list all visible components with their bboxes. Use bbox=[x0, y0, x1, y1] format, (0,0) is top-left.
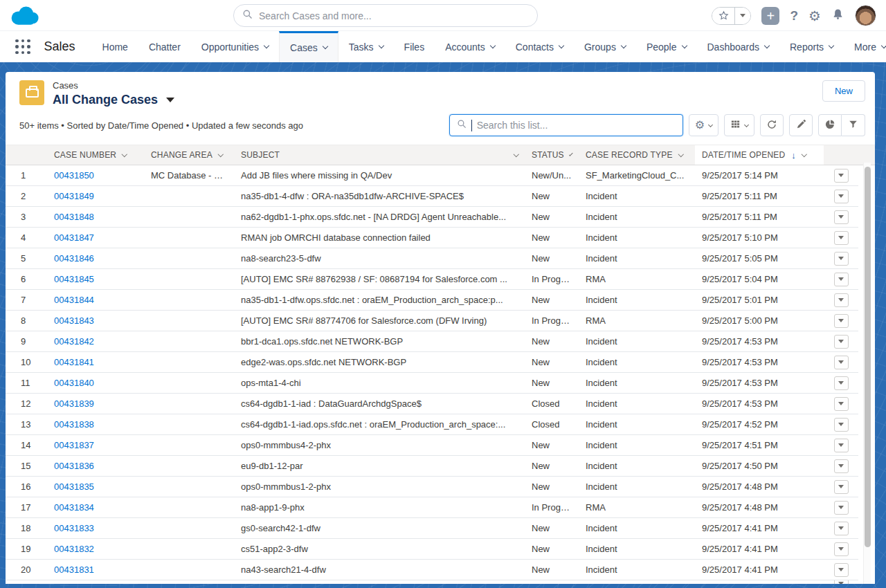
edit-button[interactable] bbox=[789, 114, 813, 136]
column-header-subject[interactable]: SUBJECT bbox=[234, 145, 525, 165]
case-number-link[interactable]: 00431839 bbox=[54, 398, 94, 409]
nav-item-files[interactable]: Files bbox=[394, 31, 435, 62]
refresh-button[interactable] bbox=[760, 114, 784, 136]
opened-cell: 9/25/2017 4:51 PM bbox=[695, 435, 824, 456]
row-actions-button[interactable] bbox=[834, 252, 849, 266]
global-search-box[interactable] bbox=[233, 4, 538, 27]
row-actions-button[interactable] bbox=[834, 314, 849, 328]
row-actions-button[interactable] bbox=[834, 459, 849, 473]
row-actions-button[interactable] bbox=[834, 273, 849, 286]
refresh-icon bbox=[766, 119, 777, 132]
nav-item-contacts[interactable]: Contacts bbox=[505, 31, 574, 62]
row-actions-button[interactable] bbox=[834, 169, 849, 183]
row-actions-button[interactable] bbox=[834, 293, 849, 307]
display-as-button[interactable] bbox=[724, 114, 754, 136]
case-number-link[interactable]: 00431841 bbox=[54, 357, 94, 367]
column-header-change-area[interactable]: CHANGE AREA bbox=[144, 145, 234, 165]
nav-item-chatter[interactable]: Chatter bbox=[138, 31, 191, 62]
case-number-link[interactable]: 00431847 bbox=[54, 232, 94, 243]
list-search-input[interactable] bbox=[477, 120, 676, 131]
new-button[interactable]: New bbox=[822, 80, 865, 102]
nav-item-home[interactable]: Home bbox=[92, 31, 138, 62]
help-button[interactable]: ? bbox=[790, 8, 798, 24]
case-number-link[interactable]: 00431845 bbox=[54, 274, 94, 284]
row-actions-cell bbox=[824, 394, 858, 414]
nav-items: HomeChatterOpportunitiesCasesTasksFilesA… bbox=[92, 31, 886, 62]
case-number-link[interactable]: 00431838 bbox=[54, 419, 94, 430]
case-number-link[interactable]: 00431833 bbox=[54, 523, 94, 533]
favorites-button-group bbox=[712, 7, 751, 25]
row-actions-button[interactable] bbox=[834, 418, 849, 432]
global-actions-button[interactable]: + bbox=[761, 7, 779, 25]
case-number-link[interactable]: 00431846 bbox=[54, 253, 94, 264]
scrollbar-thumb[interactable] bbox=[865, 167, 871, 547]
nav-item-accounts[interactable]: Accounts bbox=[435, 31, 505, 62]
column-header-case-number[interactable]: CASE NUMBER bbox=[47, 145, 144, 165]
setup-gear-button[interactable]: ⚙ bbox=[808, 9, 821, 23]
nav-item-people[interactable]: People bbox=[636, 31, 697, 62]
case-number-link[interactable]: 00431850 bbox=[54, 170, 94, 181]
filters-button[interactable] bbox=[842, 114, 865, 136]
row-actions-button[interactable] bbox=[834, 335, 849, 349]
column-header-date-time-opened[interactable]: DATE/TIME OPENED↓ bbox=[695, 145, 824, 165]
row-actions-button[interactable] bbox=[834, 480, 849, 494]
favorites-dropdown-button[interactable] bbox=[735, 8, 750, 24]
case-number-link[interactable]: 00431835 bbox=[54, 481, 94, 492]
case-number-link[interactable]: 00431849 bbox=[54, 191, 94, 201]
row-actions-button[interactable] bbox=[834, 210, 849, 224]
table-row: 1100431840ops-mta1-4-chiNewIncident9/25/… bbox=[6, 373, 875, 394]
record-type-cell: RMA bbox=[579, 497, 695, 518]
list-search-box[interactable] bbox=[449, 114, 683, 136]
nav-item-tasks[interactable]: Tasks bbox=[338, 31, 394, 62]
nav-item-label: People bbox=[647, 42, 677, 53]
row-actions-button[interactable] bbox=[834, 522, 849, 535]
app-name[interactable]: Sales bbox=[44, 39, 75, 54]
row-number: 3 bbox=[6, 207, 47, 228]
column-header-status[interactable]: STATUS bbox=[525, 145, 579, 165]
case-number-link[interactable]: 00431834 bbox=[54, 502, 94, 513]
row-actions-button[interactable] bbox=[834, 501, 849, 515]
row-actions-button[interactable] bbox=[834, 580, 849, 584]
pie-chart-icon bbox=[824, 119, 835, 132]
app-launcher-waffle-icon[interactable] bbox=[14, 38, 32, 56]
table-row: 2000431831na43-search21-4-dfwNewIncident… bbox=[6, 560, 875, 580]
nav-item-label: More bbox=[854, 42, 876, 53]
notifications-bell-button[interactable] bbox=[831, 8, 844, 24]
row-actions-button[interactable] bbox=[834, 397, 849, 411]
row-actions-button[interactable] bbox=[834, 542, 849, 556]
case-number-link[interactable]: 00431840 bbox=[54, 378, 94, 388]
vertical-scrollbar[interactable] bbox=[863, 163, 871, 584]
case-number-link[interactable]: 00431837 bbox=[54, 440, 94, 450]
chevron-down-icon bbox=[838, 381, 844, 385]
row-actions-button[interactable] bbox=[834, 563, 849, 577]
case-number-link[interactable]: 00431843 bbox=[54, 315, 94, 326]
row-number: 19 bbox=[6, 539, 47, 560]
nav-item-dashboards[interactable]: Dashboards bbox=[697, 31, 780, 62]
row-actions-button[interactable] bbox=[834, 190, 849, 203]
list-view-controls-button[interactable]: ⚙ bbox=[689, 114, 718, 136]
case-number-link[interactable]: 00431831 bbox=[54, 564, 94, 575]
list-view-selector[interactable]: All Change Cases bbox=[53, 93, 174, 107]
charts-button[interactable] bbox=[818, 114, 842, 136]
global-search-input[interactable] bbox=[259, 10, 529, 21]
row-actions-button[interactable] bbox=[834, 376, 849, 390]
column-header-case-record-type[interactable]: CASE RECORD TYPE bbox=[579, 145, 695, 165]
favorites-star-button[interactable] bbox=[712, 8, 735, 24]
record-type-cell: Incident bbox=[579, 290, 695, 311]
row-actions-button[interactable] bbox=[834, 439, 849, 452]
nav-item-opportunities[interactable]: Opportunities bbox=[191, 31, 279, 62]
row-actions-button[interactable] bbox=[834, 231, 849, 245]
nav-item-more[interactable]: More bbox=[844, 31, 886, 62]
user-avatar[interactable] bbox=[855, 5, 876, 26]
case-number-link[interactable]: 00431832 bbox=[54, 544, 94, 554]
nav-item-groups[interactable]: Groups bbox=[574, 31, 636, 62]
case-number-link[interactable]: 00431848 bbox=[54, 212, 94, 222]
case-number-link[interactable]: 00431836 bbox=[54, 461, 94, 471]
case-number-link[interactable]: 00431844 bbox=[54, 295, 94, 305]
case-number-link[interactable]: 00431830 bbox=[54, 582, 94, 584]
row-actions-button[interactable] bbox=[834, 356, 849, 369]
nav-item-cases[interactable]: Cases bbox=[279, 31, 338, 62]
list-view-dropdown-icon[interactable] bbox=[166, 98, 174, 102]
case-number-link[interactable]: 00431842 bbox=[54, 336, 94, 347]
nav-item-reports[interactable]: Reports bbox=[779, 31, 844, 62]
